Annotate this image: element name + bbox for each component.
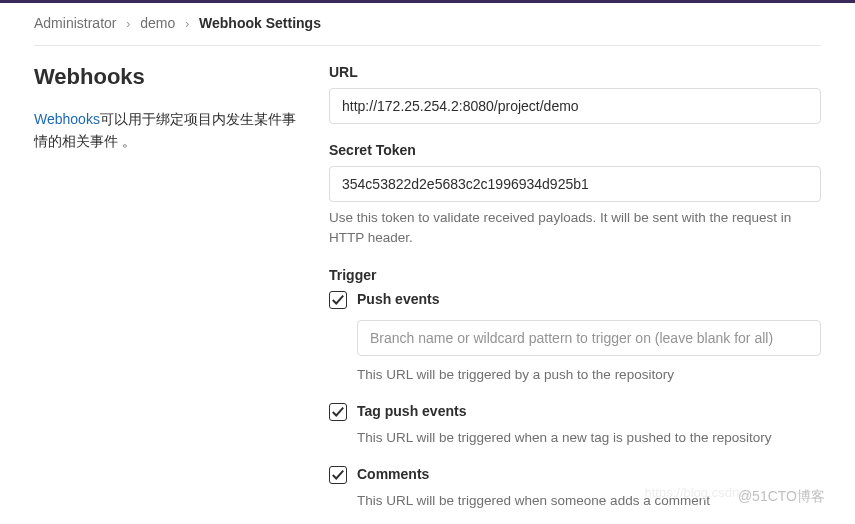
secret-token-input[interactable] [329,166,821,202]
comments-checkbox[interactable] [329,466,347,484]
checkmark-icon [331,405,345,419]
push-events-checkbox[interactable] [329,291,347,309]
url-label: URL [329,64,821,80]
tag-push-help: This URL will be triggered when a new ta… [357,428,821,448]
secret-token-help: Use this token to validate received payl… [329,208,821,249]
sidebar-description: Webhooks可以用于绑定项目内发生某件事情的相关事件 。 [34,108,299,153]
url-input[interactable] [329,88,821,124]
secret-token-label: Secret Token [329,142,821,158]
checkmark-icon [331,468,345,482]
page-title: Webhooks [34,64,299,90]
comments-help: This URL will be triggered when someone … [357,491,821,511]
tag-push-label: Tag push events [357,403,466,419]
trigger-label: Trigger [329,267,821,283]
push-branch-input[interactable] [357,320,821,356]
chevron-right-icon: › [185,17,189,31]
breadcrumb-admin[interactable]: Administrator [34,15,116,31]
tag-push-checkbox[interactable] [329,403,347,421]
comments-label: Comments [357,466,429,482]
breadcrumb-current: Webhook Settings [199,15,321,31]
checkmark-icon [331,293,345,307]
chevron-right-icon: › [126,17,130,31]
webhooks-link[interactable]: Webhooks [34,111,100,127]
breadcrumb: Administrator › demo › Webhook Settings [34,15,821,46]
push-events-help: This URL will be triggered by a push to … [357,365,821,385]
push-events-label: Push events [357,291,439,307]
breadcrumb-project[interactable]: demo [140,15,175,31]
